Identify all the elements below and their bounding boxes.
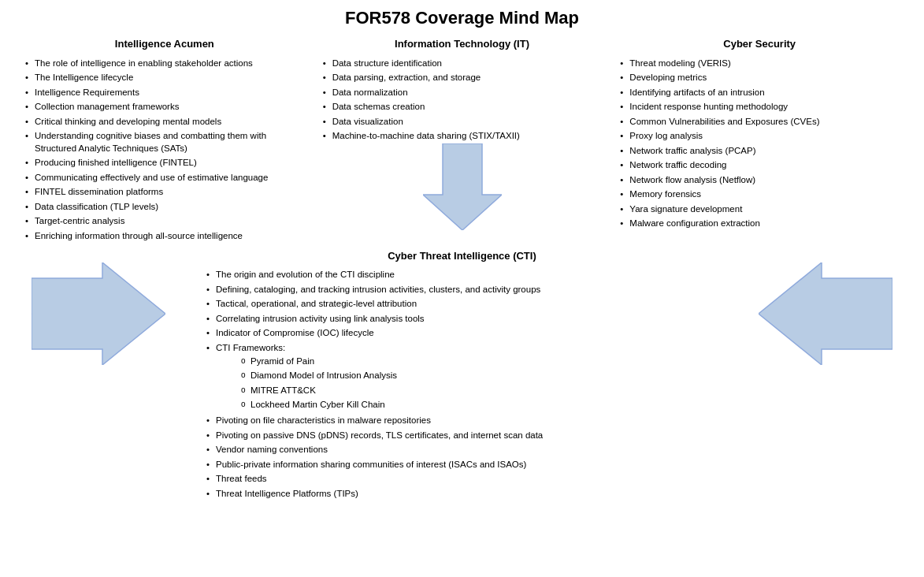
down-arrow-icon [423,143,502,230]
list-item: Pivoting on passive DNS (pDNS) records, … [205,428,743,443]
list-item: Data schemas creation [321,100,603,115]
list-item: Malware configuration extraction [618,217,900,232]
list-item: Pyramid of Pain [239,354,743,369]
cti-section: Cyber Threat Intelligence (CTI) The orig… [181,247,743,501]
list-item: Data classification (TLP levels) [24,199,306,214]
svg-marker-0 [423,143,502,230]
list-item: Proxy log analysis [618,129,900,144]
cti-frameworks-list: Pyramid of Pain Diamond Model of Intrusi… [216,354,743,412]
list-item: Collection management frameworks [24,100,306,115]
list-item: Yara signature development [618,202,900,217]
list-item: FINTEL dissemination platforms [24,185,306,200]
left-arrow-icon [32,262,165,365]
left-arrow-col [16,247,181,365]
information-technology-section: Information Technology (IT) Data structu… [314,38,611,233]
list-item: Target-centric analysis [24,214,306,229]
list-item: Pivoting on file characteristics in malw… [205,414,743,429]
list-item: The origin and evolution of the CTI disc… [205,268,743,283]
list-item: Data visualization [321,114,603,129]
list-item: Common Vulnerabilities and Exposures (CV… [618,114,900,129]
list-item: Threat modeling (VERIS) [618,56,900,71]
cyber-security-section: Cyber Security Threat modeling (VERIS) D… [610,38,908,231]
middle-row: Cyber Threat Intelligence (CTI) The orig… [16,247,908,501]
list-item: Machine-to-machine data sharing (STIX/TA… [321,129,603,144]
cti-heading: Cyber Threat Intelligence (CTI) [388,250,536,262]
list-item: Indicator of Compromise (IOC) lifecycle [205,326,743,341]
list-item: Understanding cognitive biases and comba… [24,129,306,156]
cyber-security-heading: Cyber Security [618,38,900,50]
list-item: Vendor naming conventions [205,443,743,458]
list-item: Intelligence Requirements [24,85,306,100]
information-technology-list: Data structure identification Data parsi… [321,56,603,143]
list-item: Threat Intelligence Platforms (TIPs) [205,486,743,501]
list-item: Public-private information sharing commu… [205,457,743,472]
information-technology-heading: Information Technology (IT) [321,38,603,50]
intelligence-acumen-heading: Intelligence Acumen [24,38,306,50]
list-item: Data normalization [321,85,603,100]
list-item: Producing finished intelligence (FINTEL) [24,156,306,171]
list-item: Defining, cataloging, and tracking intru… [205,282,743,297]
list-item: Data structure identification [321,56,603,71]
right-arrow-icon [759,262,892,365]
list-item: The role of intelligence in enabling sta… [24,56,306,71]
right-arrow-col [743,247,908,365]
top-sections: Intelligence Acumen The role of intellig… [16,38,908,244]
list-item: Identifying artifacts of an intrusion [618,85,900,100]
list-item: MITRE ATT&CK [239,383,743,398]
svg-marker-2 [759,262,892,365]
list-item: Critical thinking and developing mental … [24,114,306,129]
list-item: Incident response hunting methodology [618,100,900,115]
list-item: Network flow analysis (Netflow) [618,173,900,188]
list-item: Lockheed Martin Cyber Kill Chain [239,398,743,413]
intelligence-acumen-list: The role of intelligence in enabling sta… [24,56,306,244]
list-item: Memory forensics [618,188,900,203]
list-item: Data parsing, extraction, and storage [321,71,603,86]
list-item: Network traffic decoding [618,158,900,173]
cti-list: The origin and evolution of the CTI disc… [181,268,743,501]
list-item: Network traffic analysis (PCAP) [618,143,900,158]
list-item: Communicating effectively and use of est… [24,170,306,185]
list-item: Diamond Model of Intrusion Analysis [239,369,743,384]
list-item: CTI Frameworks: Pyramid of Pain Diamond … [205,341,743,414]
list-item: Correlating intrusion activity using lin… [205,311,743,326]
list-item: Enriching information through all-source… [24,229,306,244]
svg-marker-1 [32,262,165,365]
page-title: FOR578 Coverage Mind Map [16,8,908,28]
page: FOR578 Coverage Mind Map Intelligence Ac… [0,0,924,577]
list-item: Threat feeds [205,472,743,487]
intelligence-acumen-section: Intelligence Acumen The role of intellig… [16,38,314,244]
list-item: Tactical, operational, and strategic-lev… [205,297,743,312]
list-item: Developing metrics [618,71,900,86]
cyber-security-list: Threat modeling (VERIS) Developing metri… [618,56,900,231]
list-item: The Intelligence lifecycle [24,71,306,86]
